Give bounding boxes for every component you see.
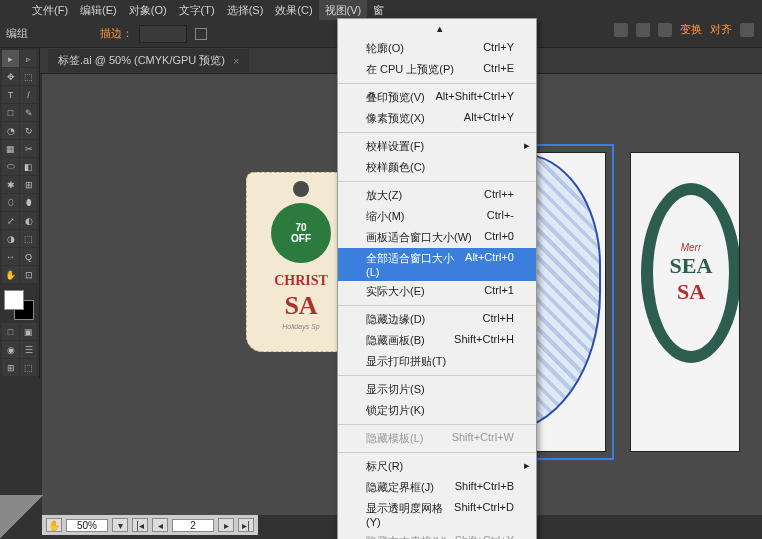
menu-item-6[interactable]: 校样设置(F)▸	[338, 136, 536, 157]
tool-3[interactable]: ⬚	[20, 68, 37, 85]
menu-item-11[interactable]: 画板适合窗口大小(W)Ctrl+0	[338, 227, 536, 248]
mode-1[interactable]: ▣	[20, 323, 37, 340]
transform-link[interactable]: 变换	[680, 22, 702, 37]
menu-item-12[interactable]: 全部适合窗口大小(L)Alt+Ctrl+0	[338, 248, 536, 281]
color-icon[interactable]	[614, 23, 628, 37]
tool-21[interactable]: ⬚	[20, 230, 37, 247]
menu-item-9[interactable]: 放大(Z)Ctrl++	[338, 185, 536, 206]
tool-12[interactable]: ⬭	[2, 158, 19, 175]
more-icon[interactable]	[740, 23, 754, 37]
tool-13[interactable]: ◧	[20, 158, 37, 175]
menu-1[interactable]: 编辑(E)	[74, 0, 123, 20]
tool-17[interactable]: ⬮	[20, 194, 37, 211]
menu-5[interactable]: 效果(C)	[269, 0, 318, 20]
stroke-combo[interactable]	[139, 25, 187, 43]
menu-6[interactable]: 视图(V)	[319, 0, 368, 20]
menubar: 文件(F)编辑(E)对象(O)文字(T)选择(S)效果(C)视图(V)窗	[0, 0, 762, 20]
menu-item-20[interactable]: 锁定切片(K)	[338, 400, 536, 421]
mode-3[interactable]: ☰	[20, 341, 37, 358]
menu-item-26[interactable]: 显示透明度网格(Y)Shift+Ctrl+D	[338, 498, 536, 531]
resize-corner	[0, 495, 44, 539]
tool-4[interactable]: T	[2, 86, 19, 103]
menu-item-22: 隐藏模板(L)Shift+Ctrl+W	[338, 428, 536, 449]
menu-item-7[interactable]: 校样颜色(C)	[338, 157, 536, 178]
menu-item-25[interactable]: 隐藏定界框(J)Shift+Ctrl+B	[338, 477, 536, 498]
options-icon[interactable]	[195, 28, 207, 40]
document-tab[interactable]: 标签.ai @ 50% (CMYK/GPU 预览) ×	[48, 49, 249, 72]
mode-2[interactable]: ◉	[2, 341, 19, 358]
menu-item-19[interactable]: 显示切片(S)	[338, 379, 536, 400]
mode-0[interactable]: □	[2, 323, 19, 340]
menu-item-10[interactable]: 缩小(M)Ctrl+-	[338, 206, 536, 227]
menu-item-4[interactable]: 像素预览(X)Alt+Ctrl+Y	[338, 108, 536, 129]
menu-0[interactable]: 文件(F)	[26, 0, 74, 20]
menu-item-17[interactable]: 显示打印拼贴(T)	[338, 351, 536, 372]
view-menu-dropdown: ▴ 轮廓(O)Ctrl+Y在 CPU 上预览(P)Ctrl+E叠印预览(V)Al…	[337, 18, 537, 539]
menu-scroll-up[interactable]: ▴	[338, 19, 536, 38]
menu-item-0[interactable]: 轮廓(O)Ctrl+Y	[338, 38, 536, 59]
color-swatch[interactable]	[2, 288, 36, 322]
tab-label: 标签.ai @ 50% (CMYK/GPU 预览)	[58, 53, 225, 68]
fx-icon[interactable]	[658, 23, 672, 37]
opacity-icon[interactable]	[636, 23, 650, 37]
prev-artboard-button[interactable]: ◂	[152, 518, 168, 532]
artboard-3[interactable]: Merr SEA SA	[630, 152, 740, 452]
menu-item-13[interactable]: 实际大小(E)Ctrl+1	[338, 281, 536, 302]
menu-item-24[interactable]: 标尺(R)▸	[338, 456, 536, 477]
menu-3[interactable]: 文字(T)	[173, 0, 221, 20]
last-artboard-button[interactable]: ▸|	[238, 518, 254, 532]
menu-4[interactable]: 选择(S)	[221, 0, 270, 20]
toolbox: ▸▹✥⬚T/□✎◔↻▦✂⬭◧✱⊞⬯⬮⤢◐◑⬚↔Q✋⊡□▣◉☰⊞⬚	[0, 48, 40, 378]
menu-7[interactable]: 窗	[367, 0, 390, 20]
tool-8[interactable]: ◔	[2, 122, 19, 139]
menu-item-3[interactable]: 叠印预览(V)Alt+Shift+Ctrl+Y	[338, 87, 536, 108]
mode-4[interactable]: ⊞	[2, 359, 19, 376]
tool-25[interactable]: ⊡	[20, 266, 37, 283]
first-artboard-button[interactable]: |◂	[132, 518, 148, 532]
mode-5[interactable]: ⬚	[20, 359, 37, 376]
tool-6[interactable]: □	[2, 104, 19, 121]
tool-18[interactable]: ⤢	[2, 212, 19, 229]
artwork-round-tag: Merr SEA SA	[641, 183, 740, 363]
statusbar: ✋ 50% ▾ |◂ ◂ 2 ▸ ▸|	[42, 515, 258, 535]
next-artboard-button[interactable]: ▸	[218, 518, 234, 532]
tool-11[interactable]: ✂	[20, 140, 37, 157]
tool-16[interactable]: ⬯	[2, 194, 19, 211]
tool-9[interactable]: ↻	[20, 122, 37, 139]
menu-item-16[interactable]: 隐藏画板(B)Shift+Ctrl+H	[338, 330, 536, 351]
tool-15[interactable]: ⊞	[20, 176, 37, 193]
group-label: 编组	[6, 26, 28, 41]
tool-1[interactable]: ▹	[20, 50, 37, 67]
menu-item-1[interactable]: 在 CPU 上预览(P)Ctrl+E	[338, 59, 536, 80]
menu-item-15[interactable]: 隐藏边缘(D)Ctrl+H	[338, 309, 536, 330]
tool-24[interactable]: ✋	[2, 266, 19, 283]
tool-5[interactable]: /	[20, 86, 37, 103]
tool-20[interactable]: ◑	[2, 230, 19, 247]
right-options: 变换 对齐	[614, 22, 754, 37]
tool-10[interactable]: ▦	[2, 140, 19, 157]
menu-item-27: 隐藏文本串接(H)Shift+Ctrl+Y	[338, 531, 536, 539]
tool-7[interactable]: ✎	[20, 104, 37, 121]
tool-0[interactable]: ▸	[2, 50, 19, 67]
zoom-dropdown[interactable]: ▾	[112, 518, 128, 532]
menu-2[interactable]: 对象(O)	[123, 0, 173, 20]
stroke-label: 描边：	[100, 26, 133, 41]
tool-22[interactable]: ↔	[2, 248, 19, 265]
tool-19[interactable]: ◐	[20, 212, 37, 229]
tool-2[interactable]: ✥	[2, 68, 19, 85]
align-link[interactable]: 对齐	[710, 22, 732, 37]
close-icon[interactable]: ×	[233, 55, 239, 67]
tool-23[interactable]: Q	[20, 248, 37, 265]
hand-icon[interactable]: ✋	[46, 518, 62, 532]
artboard-nav-field[interactable]: 2	[172, 519, 214, 532]
zoom-field[interactable]: 50%	[66, 519, 108, 532]
tool-14[interactable]: ✱	[2, 176, 19, 193]
